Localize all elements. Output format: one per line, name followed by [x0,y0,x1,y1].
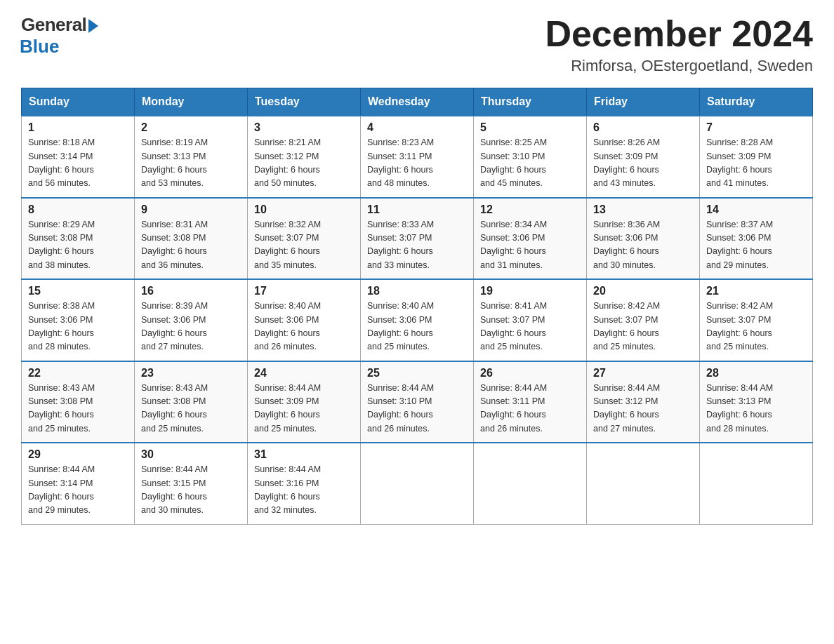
day-info: Sunrise: 8:26 AMSunset: 3:09 PMDaylight:… [593,136,693,191]
day-info: Sunrise: 8:29 AMSunset: 3:08 PMDaylight:… [28,218,128,273]
weekday-header-saturday: Saturday [700,88,813,116]
calendar-cell: 29Sunrise: 8:44 AMSunset: 3:14 PMDayligh… [22,443,135,524]
day-info: Sunrise: 8:34 AMSunset: 3:06 PMDaylight:… [480,218,580,273]
day-number: 28 [706,367,806,380]
day-number: 4 [367,121,467,134]
day-number: 7 [706,121,806,134]
calendar-cell: 15Sunrise: 8:38 AMSunset: 3:06 PMDayligh… [22,279,135,361]
calendar-table: SundayMondayTuesdayWednesdayThursdayFrid… [21,88,813,525]
day-info: Sunrise: 8:33 AMSunset: 3:07 PMDaylight:… [367,218,467,273]
week-row-5: 29Sunrise: 8:44 AMSunset: 3:14 PMDayligh… [22,443,813,524]
day-info: Sunrise: 8:43 AMSunset: 3:08 PMDaylight:… [141,382,241,436]
day-number: 3 [254,121,354,134]
calendar-cell: 4Sunrise: 8:23 AMSunset: 3:11 PMDaylight… [361,116,474,198]
calendar-cell: 16Sunrise: 8:39 AMSunset: 3:06 PMDayligh… [135,279,248,361]
day-number: 6 [593,121,693,134]
calendar-cell: 30Sunrise: 8:44 AMSunset: 3:15 PMDayligh… [135,443,248,524]
weekday-header-monday: Monday [135,88,248,116]
day-info: Sunrise: 8:25 AMSunset: 3:10 PMDaylight:… [480,136,580,191]
day-info: Sunrise: 8:41 AMSunset: 3:07 PMDaylight:… [480,300,580,354]
day-info: Sunrise: 8:44 AMSunset: 3:10 PMDaylight:… [367,382,467,436]
day-info: Sunrise: 8:19 AMSunset: 3:13 PMDaylight:… [141,136,241,191]
logo-arrow-icon [88,19,98,33]
day-number: 9 [141,203,241,216]
calendar-cell: 14Sunrise: 8:37 AMSunset: 3:06 PMDayligh… [700,198,813,280]
calendar-cell: 18Sunrise: 8:40 AMSunset: 3:06 PMDayligh… [361,279,474,361]
day-info: Sunrise: 8:43 AMSunset: 3:08 PMDaylight:… [28,382,128,436]
calendar-cell: 22Sunrise: 8:43 AMSunset: 3:08 PMDayligh… [22,361,135,443]
day-number: 10 [254,203,354,216]
day-info: Sunrise: 8:44 AMSunset: 3:11 PMDaylight:… [480,382,580,436]
location-subtitle: Rimforsa, OEstergoetland, Sweden [545,57,813,75]
calendar-cell: 3Sunrise: 8:21 AMSunset: 3:12 PMDaylight… [248,116,361,198]
weekday-header-wednesday: Wednesday [361,88,474,116]
calendar-cell: 23Sunrise: 8:43 AMSunset: 3:08 PMDayligh… [135,361,248,443]
week-row-3: 15Sunrise: 8:38 AMSunset: 3:06 PMDayligh… [22,279,813,361]
day-number: 8 [28,203,128,216]
calendar-cell: 10Sunrise: 8:32 AMSunset: 3:07 PMDayligh… [248,198,361,280]
week-row-4: 22Sunrise: 8:43 AMSunset: 3:08 PMDayligh… [22,361,813,443]
day-info: Sunrise: 8:28 AMSunset: 3:09 PMDaylight:… [706,136,806,191]
day-info: Sunrise: 8:38 AMSunset: 3:06 PMDaylight:… [28,300,128,354]
day-info: Sunrise: 8:44 AMSunset: 3:14 PMDaylight:… [28,463,128,518]
day-number: 17 [254,285,354,297]
weekday-header-thursday: Thursday [474,88,587,116]
day-number: 31 [254,448,354,461]
calendar-cell: 20Sunrise: 8:42 AMSunset: 3:07 PMDayligh… [587,279,700,361]
day-info: Sunrise: 8:21 AMSunset: 3:12 PMDaylight:… [254,136,354,191]
day-number: 12 [480,203,580,216]
day-number: 21 [706,285,806,297]
day-number: 15 [28,285,128,297]
day-number: 27 [593,367,693,380]
calendar-cell: 25Sunrise: 8:44 AMSunset: 3:10 PMDayligh… [361,361,474,443]
day-info: Sunrise: 8:23 AMSunset: 3:11 PMDaylight:… [367,136,467,191]
day-info: Sunrise: 8:36 AMSunset: 3:06 PMDaylight:… [593,218,693,273]
calendar-cell: 8Sunrise: 8:29 AMSunset: 3:08 PMDaylight… [22,198,135,280]
calendar-cell [700,443,813,524]
week-row-1: 1Sunrise: 8:18 AMSunset: 3:14 PMDaylight… [22,116,813,198]
logo-top: General [21,14,98,36]
calendar-cell [474,443,587,524]
day-number: 25 [367,367,467,380]
day-number: 29 [28,448,128,461]
calendar-cell [587,443,700,524]
calendar-cell: 12Sunrise: 8:34 AMSunset: 3:06 PMDayligh… [474,198,587,280]
calendar-cell: 28Sunrise: 8:44 AMSunset: 3:13 PMDayligh… [700,361,813,443]
day-number: 19 [480,285,580,297]
calendar-cell: 7Sunrise: 8:28 AMSunset: 3:09 PMDaylight… [700,116,813,198]
weekday-header-row: SundayMondayTuesdayWednesdayThursdayFrid… [22,88,813,116]
day-number: 1 [28,121,128,134]
calendar-cell: 5Sunrise: 8:25 AMSunset: 3:10 PMDaylight… [474,116,587,198]
logo: General Blue [21,14,98,58]
day-number: 26 [480,367,580,380]
logo-blue-text: Blue [20,36,59,58]
calendar-cell: 2Sunrise: 8:19 AMSunset: 3:13 PMDaylight… [135,116,248,198]
day-number: 23 [141,367,241,380]
day-info: Sunrise: 8:32 AMSunset: 3:07 PMDaylight:… [254,218,354,273]
day-number: 20 [593,285,693,297]
calendar-cell: 6Sunrise: 8:26 AMSunset: 3:09 PMDaylight… [587,116,700,198]
day-info: Sunrise: 8:18 AMSunset: 3:14 PMDaylight:… [28,136,128,191]
day-info: Sunrise: 8:44 AMSunset: 3:12 PMDaylight:… [593,382,693,436]
title-section: December 2024 Rimforsa, OEstergoetland, … [545,14,813,75]
calendar-cell: 19Sunrise: 8:41 AMSunset: 3:07 PMDayligh… [474,279,587,361]
day-info: Sunrise: 8:44 AMSunset: 3:13 PMDaylight:… [706,382,806,436]
day-info: Sunrise: 8:31 AMSunset: 3:08 PMDaylight:… [141,218,241,273]
day-info: Sunrise: 8:37 AMSunset: 3:06 PMDaylight:… [706,218,806,273]
calendar-cell: 31Sunrise: 8:44 AMSunset: 3:16 PMDayligh… [248,443,361,524]
calendar-cell: 9Sunrise: 8:31 AMSunset: 3:08 PMDaylight… [135,198,248,280]
day-number: 22 [28,367,128,380]
month-year-title: December 2024 [545,14,813,54]
calendar-cell: 21Sunrise: 8:42 AMSunset: 3:07 PMDayligh… [700,279,813,361]
day-info: Sunrise: 8:44 AMSunset: 3:09 PMDaylight:… [254,382,354,436]
day-number: 11 [367,203,467,216]
page-header: General Blue December 2024 Rimforsa, OEs… [21,14,813,75]
day-number: 30 [141,448,241,461]
day-info: Sunrise: 8:42 AMSunset: 3:07 PMDaylight:… [593,300,693,354]
calendar-cell: 11Sunrise: 8:33 AMSunset: 3:07 PMDayligh… [361,198,474,280]
day-number: 5 [480,121,580,134]
day-info: Sunrise: 8:44 AMSunset: 3:15 PMDaylight:… [141,463,241,518]
day-info: Sunrise: 8:39 AMSunset: 3:06 PMDaylight:… [141,300,241,354]
calendar-cell: 17Sunrise: 8:40 AMSunset: 3:06 PMDayligh… [248,279,361,361]
day-number: 24 [254,367,354,380]
